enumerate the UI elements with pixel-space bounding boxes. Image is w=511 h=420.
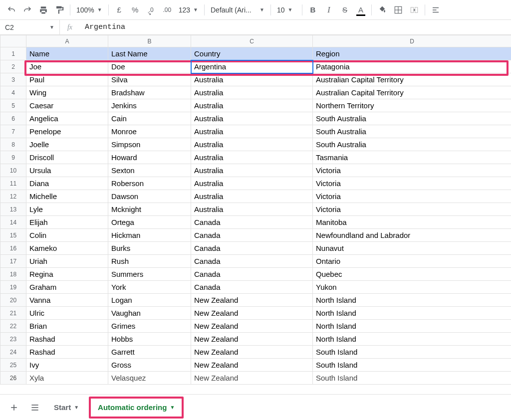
cell[interactable]: Victoria bbox=[313, 203, 511, 216]
format-percent-button[interactable]: % bbox=[128, 3, 143, 17]
cell[interactable]: South Island bbox=[313, 372, 511, 385]
cell[interactable]: Australia bbox=[191, 203, 313, 216]
cell[interactable]: Burks bbox=[108, 242, 191, 255]
cell[interactable]: Argentina bbox=[191, 60, 313, 73]
cell[interactable]: Elijah bbox=[26, 216, 108, 229]
cell[interactable]: New Zealand bbox=[191, 359, 313, 372]
cell[interactable]: Caesar bbox=[26, 99, 108, 112]
add-sheet-button[interactable] bbox=[5, 399, 23, 417]
cell[interactable]: Doe bbox=[108, 60, 191, 73]
cell[interactable]: Lyle bbox=[26, 203, 108, 216]
cell[interactable]: Garrett bbox=[108, 346, 191, 359]
cell[interactable]: Velasquez bbox=[108, 372, 191, 385]
row-header[interactable]: 17 bbox=[0, 255, 26, 268]
cell[interactable]: Joelle bbox=[26, 138, 108, 151]
cell[interactable]: Last Name bbox=[108, 47, 191, 60]
cell[interactable]: Angelica bbox=[26, 112, 108, 125]
cell[interactable]: Canada bbox=[191, 281, 313, 294]
cell[interactable]: Howard bbox=[108, 151, 191, 164]
cell[interactable]: Canada bbox=[191, 216, 313, 229]
cell[interactable]: Jenkins bbox=[108, 99, 191, 112]
cell[interactable]: Ulric bbox=[26, 307, 108, 320]
cell[interactable]: Name bbox=[26, 47, 108, 60]
cell[interactable]: North Island bbox=[313, 320, 511, 333]
cell[interactable]: Regina bbox=[26, 268, 108, 281]
decrease-decimal-button[interactable]: .0↘ bbox=[144, 3, 159, 17]
cell[interactable]: Australia bbox=[191, 177, 313, 190]
cell[interactable]: North Island bbox=[313, 294, 511, 307]
row-header[interactable]: 14 bbox=[0, 216, 26, 229]
cell[interactable]: Grimes bbox=[108, 320, 191, 333]
row-header[interactable]: 2 bbox=[0, 60, 26, 73]
cell[interactable]: Australia bbox=[191, 73, 313, 86]
formula-input[interactable] bbox=[80, 23, 511, 31]
cell[interactable]: Logan bbox=[108, 294, 191, 307]
row-header[interactable]: 25 bbox=[0, 359, 26, 372]
fill-color-button[interactable] bbox=[375, 3, 390, 17]
cell[interactable]: Patagonia bbox=[313, 60, 511, 73]
borders-button[interactable] bbox=[391, 3, 406, 17]
cell[interactable]: Gross bbox=[108, 359, 191, 372]
cell[interactable]: Vanna bbox=[26, 294, 108, 307]
row-header[interactable]: 21 bbox=[0, 307, 26, 320]
cell[interactable]: Penelope bbox=[26, 125, 108, 138]
cell[interactable]: Diana bbox=[26, 177, 108, 190]
font-dropdown[interactable]: Default (Ari... ▼ bbox=[208, 3, 267, 17]
undo-button[interactable] bbox=[4, 3, 19, 17]
cell[interactable]: Paul bbox=[26, 73, 108, 86]
merge-cells-button[interactable] bbox=[407, 3, 422, 17]
row-header[interactable]: 26 bbox=[0, 372, 26, 385]
cell[interactable]: Tasmania bbox=[313, 151, 511, 164]
cell[interactable]: South Australia bbox=[313, 138, 511, 151]
col-header-b[interactable]: B bbox=[108, 35, 191, 47]
cell[interactable]: Australia bbox=[191, 86, 313, 99]
col-header-a[interactable]: A bbox=[26, 35, 108, 47]
cell[interactable]: South Island bbox=[313, 359, 511, 372]
cell[interactable]: Canada bbox=[191, 268, 313, 281]
bold-button[interactable]: B bbox=[305, 3, 320, 17]
cell[interactable]: Ontario bbox=[313, 255, 511, 268]
zoom-dropdown[interactable]: 100% ▼ bbox=[73, 3, 105, 17]
cell[interactable]: Australia bbox=[191, 151, 313, 164]
row-header[interactable]: 15 bbox=[0, 229, 26, 242]
cell[interactable]: Driscoll bbox=[26, 151, 108, 164]
cell[interactable]: Rashad bbox=[26, 346, 108, 359]
row-header[interactable]: 19 bbox=[0, 281, 26, 294]
cell[interactable]: Summers bbox=[108, 268, 191, 281]
cell[interactable]: New Zealand bbox=[191, 294, 313, 307]
cell[interactable]: New Zealand bbox=[191, 307, 313, 320]
print-button[interactable] bbox=[36, 3, 51, 17]
row-header[interactable]: 18 bbox=[0, 268, 26, 281]
cell[interactable]: Northern Territory bbox=[313, 99, 511, 112]
cell[interactable]: Canada bbox=[191, 255, 313, 268]
redo-button[interactable] bbox=[20, 3, 35, 17]
cell[interactable]: New Zealand bbox=[191, 333, 313, 346]
strikethrough-button[interactable]: S bbox=[337, 3, 352, 17]
spreadsheet-grid[interactable]: A B C D 1NameLast NameCountryRegion2JoeD… bbox=[0, 35, 511, 394]
cell[interactable]: New Zealand bbox=[191, 346, 313, 359]
row-header[interactable]: 22 bbox=[0, 320, 26, 333]
cell[interactable]: Region bbox=[313, 47, 511, 60]
row-header[interactable]: 10 bbox=[0, 164, 26, 177]
sheet-tab-automatic-ordering[interactable]: Automatic ordering ▼ bbox=[91, 399, 182, 417]
cell[interactable]: Sexton bbox=[108, 164, 191, 177]
row-header[interactable]: 24 bbox=[0, 346, 26, 359]
cell[interactable]: Kameko bbox=[26, 242, 108, 255]
italic-button[interactable]: I bbox=[321, 3, 336, 17]
cell[interactable]: Australia bbox=[191, 99, 313, 112]
cell[interactable]: Country bbox=[191, 47, 313, 60]
increase-decimal-button[interactable]: .00 bbox=[160, 3, 175, 17]
cell[interactable]: Australian Capital Territory bbox=[313, 86, 511, 99]
cell[interactable]: Australian Capital Territory bbox=[313, 73, 511, 86]
row-header[interactable]: 1 bbox=[0, 47, 26, 60]
cell[interactable]: Australia bbox=[191, 164, 313, 177]
cell[interactable]: Silva bbox=[108, 73, 191, 86]
row-header[interactable]: 23 bbox=[0, 333, 26, 346]
row-header[interactable]: 5 bbox=[0, 99, 26, 112]
cell[interactable]: York bbox=[108, 281, 191, 294]
cell[interactable]: Yukon bbox=[313, 281, 511, 294]
cell[interactable]: Michelle bbox=[26, 190, 108, 203]
cell[interactable]: Newfoundland and Labrador bbox=[313, 229, 511, 242]
cell[interactable]: Rush bbox=[108, 255, 191, 268]
cell[interactable]: Uriah bbox=[26, 255, 108, 268]
